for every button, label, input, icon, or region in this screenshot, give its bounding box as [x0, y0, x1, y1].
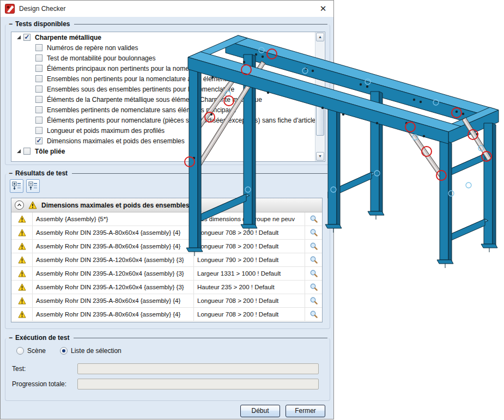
view-result-button[interactable]	[305, 294, 322, 307]
tree-item-checkbox[interactable]	[35, 86, 42, 93]
radio-selection-list[interactable]: Liste de sélection	[60, 347, 122, 355]
close-icon[interactable]: ✕	[317, 4, 329, 14]
radio-scene[interactable]: Scène	[16, 347, 46, 355]
tree-item[interactable]: Éléments principaux non pertinents pour …	[11, 63, 325, 74]
tree-item[interactable]: Longueur et poids maximum des profilés	[11, 125, 325, 136]
tree-item[interactable]: Ensembles sous des ensembles pertinents …	[11, 84, 325, 94]
collapse-all-results-button[interactable]	[26, 179, 40, 193]
tree-item[interactable]: Numéros de repère non valides	[11, 42, 325, 53]
tree-item-checkbox[interactable]	[35, 117, 42, 124]
tree-item-checkbox[interactable]	[35, 65, 42, 72]
scroll-up-icon[interactable]: ▲	[316, 33, 324, 41]
test-results-list: Dimensions maximales et poids des ensemb…	[11, 198, 323, 322]
results-rows: Assembly {Assembly} {5*}Les dimensions d…	[11, 212, 322, 321]
tree-item-checkbox[interactable]	[35, 106, 42, 113]
magnifier-icon	[309, 283, 318, 291]
tree-item-checkbox[interactable]	[35, 96, 42, 103]
magnifier-icon	[309, 215, 318, 223]
result-row[interactable]: Assembly Rohr DIN 2395-A-80x60x4 {assemb…	[11, 308, 322, 321]
tree-expand-icon[interactable]	[15, 35, 22, 39]
view-result-button[interactable]	[305, 281, 322, 294]
view-result-button[interactable]	[305, 226, 322, 239]
app-canvas: { "window": { "title": "Design Checker" …	[0, 0, 504, 420]
tree-item-label: Tôle pliée	[34, 148, 65, 155]
result-warning-cell	[11, 253, 32, 266]
result-assembly-name: Assembly Rohr DIN 2395-A-120x60x4 {assem…	[32, 253, 193, 266]
start-button[interactable]: Début	[240, 405, 280, 417]
group-collapse-icon[interactable]: −	[8, 169, 15, 177]
group-rule	[72, 173, 327, 174]
result-row[interactable]: Assembly Rohr DIN 2395-A-120x60x4 {assem…	[11, 281, 322, 294]
view-result-button[interactable]	[305, 308, 322, 321]
tree-item-checkbox[interactable]	[35, 75, 42, 82]
result-warning-cell	[11, 212, 32, 226]
tree-item[interactable]: Éléments de la Charpente métallique sous…	[11, 94, 325, 105]
close-button[interactable]: Fermer	[286, 405, 325, 417]
result-row[interactable]: Assembly Rohr DIN 2395-A-80x60x4 {assemb…	[11, 226, 322, 240]
expand-all-results-button[interactable]	[10, 179, 23, 193]
view-result-button[interactable]	[305, 240, 322, 253]
tree-item[interactable]: Test de montabilité pour boulonnages	[11, 53, 325, 63]
view-result-button[interactable]	[305, 253, 322, 266]
result-message: Longueur 708 > 200 ! Default	[193, 308, 305, 321]
tree-item-label: Numéros de repère non valides	[46, 44, 138, 52]
tree-item-checkbox[interactable]	[35, 44, 42, 51]
execution-groupbox: − Exécution de test Scène Liste de sélec…	[5, 338, 330, 401]
tree-item-checkbox[interactable]	[35, 127, 42, 134]
group-collapse-icon[interactable]: −	[8, 20, 15, 28]
tree-item-checkbox[interactable]	[35, 54, 42, 62]
tree-item[interactable]: Ensembles pertinents de nomenclature san…	[11, 105, 325, 115]
result-warning-cell	[11, 281, 32, 294]
collapse-section-icon[interactable]	[15, 200, 24, 210]
tree-list: ✓Charpente métalliqueNuméros de repère n…	[11, 32, 325, 156]
tree-scrollbar[interactable]: ▲ ▼	[315, 32, 324, 161]
tree-item-label: Test de montabilité pour boulonnages	[46, 54, 155, 62]
result-message: Longueur 790 > 200 ! Default	[193, 253, 305, 266]
result-row[interactable]: Assembly Rohr DIN 2395-A-80x60x4 {assemb…	[11, 240, 322, 253]
tree-item[interactable]: Éléments pertinents pour nomenclature (p…	[11, 115, 325, 125]
tree-item[interactable]: ✓Charpente métallique	[11, 32, 325, 42]
warning-icon	[18, 297, 26, 305]
tree-indent	[14, 78, 34, 79]
view-result-button[interactable]	[305, 267, 322, 280]
total-progress-label: Progression totale:	[12, 380, 77, 388]
tree-indent	[14, 47, 34, 48]
test-progress-bar	[77, 363, 319, 374]
results-groupbox: − Résultats de test	[5, 174, 330, 329]
test-progress-label: Test:	[12, 365, 77, 373]
result-row[interactable]: Assembly {Assembly} {5*}Les dimensions d…	[11, 212, 322, 226]
tree-item-label: Dimensions maximales et poids des ensemb…	[46, 137, 185, 145]
tree-expand-icon[interactable]	[15, 149, 22, 153]
radio-selection-list-control[interactable]	[60, 347, 68, 355]
tree-item[interactable]: Tôle pliée	[11, 146, 325, 156]
tree-item-label: Éléments principaux non pertinents pour …	[46, 65, 212, 72]
tree-indent	[14, 120, 34, 120]
scroll-down-icon[interactable]: ▼	[316, 152, 324, 161]
tree-item-label: Charpente métallique	[34, 34, 101, 41]
group-collapse-icon[interactable]: −	[8, 334, 15, 342]
tree-item-checkbox[interactable]: ✓	[23, 34, 31, 41]
tree-item[interactable]: ✓Dimensions maximales et poids des ensem…	[11, 136, 325, 146]
result-warning-cell	[11, 267, 32, 280]
result-row[interactable]: Assembly Rohr DIN 2395-A-120x60x4 {assem…	[11, 267, 322, 281]
result-assembly-name: Assembly Rohr DIN 2395-A-80x60x4 {assemb…	[32, 226, 193, 239]
scrollbar-thumb[interactable]	[316, 101, 324, 136]
result-message: Longueur 708 > 200 ! Default	[193, 226, 305, 239]
magnifier-icon	[309, 269, 318, 278]
available-tests-tree[interactable]: ✓Charpente métalliqueNuméros de repère n…	[11, 32, 325, 162]
design-checker-dialog: Design Checker ✕ − Tests disponibles ✓Ch…	[0, 0, 334, 419]
result-warning-cell	[11, 308, 32, 321]
result-row[interactable]: Assembly Rohr DIN 2395-A-80x60x4 {assemb…	[11, 294, 322, 308]
radio-scene-control[interactable]	[16, 347, 24, 355]
warning-icon	[18, 215, 26, 223]
app-icon	[5, 4, 15, 14]
tree-item-checkbox[interactable]: ✓	[35, 137, 42, 144]
result-row[interactable]: Assembly Rohr DIN 2395-A-120x60x4 {assem…	[11, 253, 322, 267]
tree-item-checkbox[interactable]	[23, 148, 31, 155]
warning-icon	[18, 242, 26, 250]
title-bar[interactable]: Design Checker ✕	[1, 1, 333, 17]
tree-item[interactable]: Ensembles non pertinents pour la nomencl…	[11, 74, 325, 84]
results-header-row[interactable]: Dimensions maximales et poids des ensemb…	[11, 198, 322, 212]
group-rule	[74, 24, 327, 25]
view-result-button[interactable]	[305, 212, 322, 226]
